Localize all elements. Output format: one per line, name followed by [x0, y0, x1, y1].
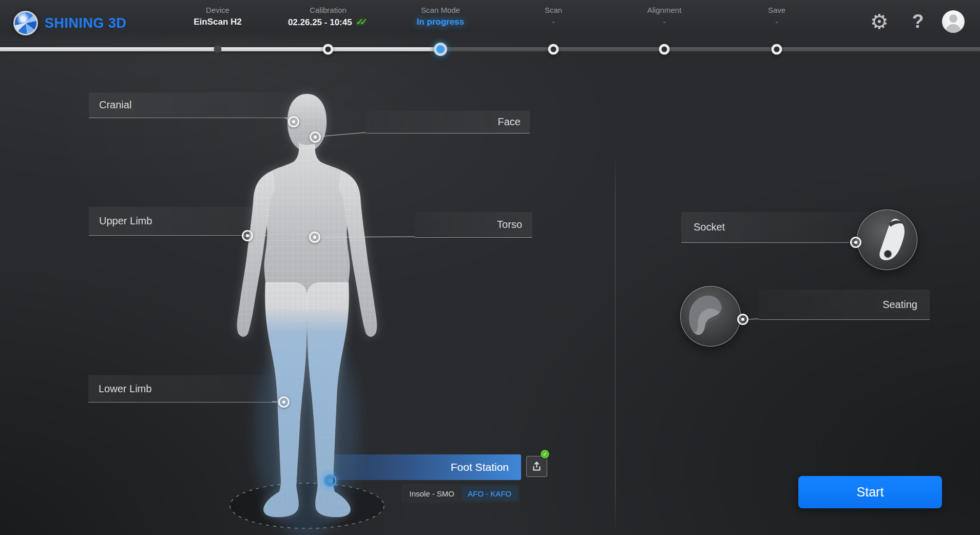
step-scan-mode-label: Scan Mode	[384, 5, 497, 15]
region-seating-label: Seating	[882, 299, 917, 311]
step-device-label: Device	[161, 5, 274, 15]
marker-foot-station-selected[interactable]	[324, 474, 337, 487]
body-figure[interactable]	[195, 77, 421, 535]
region-upper-limb-label: Upper Limb	[99, 215, 152, 227]
panel-divider	[615, 153, 616, 533]
progress-dot-calibration[interactable]	[323, 44, 334, 55]
user-avatar[interactable]	[942, 10, 965, 33]
marker-face[interactable]	[310, 131, 321, 143]
settings-gear-icon[interactable]: ⚙	[867, 9, 892, 34]
option-insole-smo[interactable]: Insole - SMO	[403, 486, 460, 501]
start-button[interactable]: Start	[798, 476, 942, 508]
step-save-value: -	[720, 15, 833, 29]
seating-image[interactable]	[680, 286, 741, 347]
foot-station-mode-toggle: Insole - SMO AFO - KAFO	[401, 484, 520, 503]
brand-logo: SHINING 3D	[13, 11, 127, 35]
step-scan-label: Scan	[497, 5, 610, 15]
option-afo-kafo[interactable]: AFO - KAFO	[462, 486, 518, 501]
step-device[interactable]: Device EinScan H2	[161, 5, 274, 29]
marker-upper-limb[interactable]	[242, 230, 253, 241]
socket-image[interactable]	[857, 209, 917, 270]
shining3d-gem-icon	[13, 11, 38, 35]
marker-lower-limb[interactable]	[278, 396, 290, 408]
marker-socket[interactable]	[850, 237, 861, 248]
progress-dot-device[interactable]	[214, 46, 222, 53]
progress-dot-scan-mode[interactable]	[434, 43, 447, 56]
progress-dot-alignment[interactable]	[659, 44, 670, 55]
region-seating[interactable]: Seating	[759, 290, 930, 320]
region-socket-label: Socket	[694, 221, 725, 233]
scan-mode-screen: SHINING 3D Device EinScan H2 Calibration…	[0, 0, 980, 535]
region-torso-label: Torso	[497, 219, 522, 231]
marker-cranial[interactable]	[288, 116, 299, 127]
region-torso[interactable]: Torso	[415, 212, 532, 238]
step-scan-mode-value: In progress	[384, 15, 497, 29]
help-icon[interactable]: ?	[906, 9, 930, 34]
step-calibration-label: Calibration	[272, 5, 385, 15]
region-cranial-label: Cranial	[99, 99, 131, 111]
foot-station-upload-button[interactable]	[526, 456, 547, 477]
step-alignment[interactable]: Alignment -	[608, 5, 721, 29]
avatar-silhouette-icon	[949, 14, 957, 23]
progress-dot-save[interactable]	[772, 44, 782, 55]
upload-icon	[530, 460, 543, 473]
step-calibration-value: 02.26.25 - 10:45✓✓	[272, 15, 385, 29]
step-alignment-value: -	[608, 15, 721, 29]
brand-name: SHINING 3D	[45, 15, 127, 31]
step-calibration[interactable]: Calibration 02.26.25 - 10:45✓✓	[272, 5, 385, 29]
step-scan-value: -	[497, 15, 610, 29]
region-lower-limb-label: Lower Limb	[99, 383, 151, 395]
region-socket[interactable]: Socket	[681, 212, 869, 243]
marker-seating[interactable]	[737, 314, 748, 325]
calibration-success-icon: ✓✓	[356, 16, 368, 27]
top-bar: SHINING 3D Device EinScan H2 Calibration…	[0, 0, 980, 45]
progress-dot-scan[interactable]	[548, 44, 559, 55]
step-alignment-label: Alignment	[608, 5, 721, 15]
step-scan-mode[interactable]: Scan Mode In progress	[384, 5, 497, 29]
region-face-label: Face	[498, 116, 521, 128]
step-device-value: EinScan H2	[161, 15, 274, 29]
step-save-label: Save	[720, 5, 833, 15]
region-foot-station-label: Foot Station	[451, 461, 509, 473]
step-save[interactable]: Save -	[720, 5, 833, 29]
step-scan[interactable]: Scan -	[497, 5, 610, 29]
upload-success-icon: ✓	[541, 450, 549, 458]
marker-torso[interactable]	[309, 232, 320, 243]
progress-track-remaining	[440, 47, 980, 51]
